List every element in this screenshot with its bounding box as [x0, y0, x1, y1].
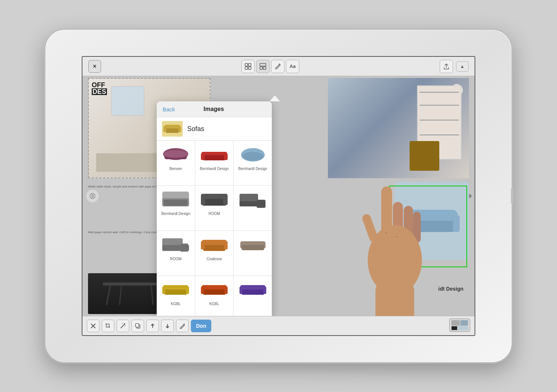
duplicate-button[interactable]: [131, 320, 144, 332]
svg-rect-87: [460, 320, 468, 326]
sofa-cell-kgbl-yellow[interactable]: KGBL: [157, 276, 195, 316]
sofa-cell-bensen[interactable]: Bensen: [157, 141, 195, 185]
pen-tool-button[interactable]: [176, 320, 189, 332]
sofa-cell-coalesse[interactable]: Coalesse: [195, 231, 234, 275]
svg-rect-59: [201, 287, 204, 294]
svg-rect-29: [203, 155, 225, 160]
screen: ×: [82, 56, 475, 336]
svg-rect-43: [240, 201, 266, 206]
svg-rect-86: [452, 320, 460, 326]
svg-rect-6: [263, 67, 266, 69]
sofa-cell-kgbl-purple[interactable]: [234, 276, 272, 316]
sofa-label-bernhardt-red: Bernhardt Design: [200, 167, 229, 171]
back-button[interactable]: Back: [163, 106, 175, 112]
svg-rect-36: [164, 200, 188, 206]
sofa-cell-bernhardt-blue[interactable]: Bernhardt Design: [234, 141, 272, 185]
svg-rect-2: [245, 67, 248, 69]
text-button[interactable]: Aa: [286, 60, 299, 73]
svg-point-80: [125, 326, 126, 326]
close-button[interactable]: ×: [88, 60, 101, 73]
svg-rect-89: [458, 326, 468, 330]
sofa-label-bensen: Bensen: [169, 167, 182, 171]
svg-rect-40: [223, 195, 228, 205]
svg-rect-0: [245, 63, 248, 66]
room1-text: OFF DES: [92, 82, 107, 95]
svg-line-17: [107, 285, 110, 305]
sofa-label-coalesse: Coalesse: [206, 257, 222, 261]
svg-point-33: [242, 152, 263, 161]
sofa-label-kgbl-orange: KGBL: [209, 302, 219, 306]
sofa-img-kgbl-orange: [199, 280, 229, 300]
sofas-thumbnail: [162, 121, 183, 137]
thumbnail-preview[interactable]: [449, 318, 470, 332]
layout-button[interactable]: [256, 60, 270, 73]
move-up-button[interactable]: [146, 320, 159, 332]
svg-point-78: [124, 323, 125, 324]
svg-rect-49: [201, 241, 205, 249]
app-toolbar: ×: [82, 57, 475, 76]
svg-rect-30: [201, 153, 205, 160]
up-arrow-button[interactable]: ▲: [456, 61, 469, 72]
svg-rect-39: [201, 195, 205, 205]
sidebar-icon[interactable]: S: [86, 190, 99, 202]
magic-wand-button[interactable]: [117, 320, 129, 332]
sofa-img-room-1: [199, 189, 229, 210]
side-button[interactable]: [511, 189, 513, 203]
room1-window: [111, 86, 144, 116]
svg-line-19: [120, 285, 121, 305]
panel-header: Back Images: [157, 101, 272, 117]
sofa-label-room-2: ROOM: [170, 257, 182, 261]
main-content: S OFF DES: [82, 76, 475, 316]
grid-view-button[interactable]: [241, 60, 255, 73]
svg-rect-58: [203, 290, 225, 295]
svg-text:S: S: [91, 194, 94, 198]
svg-rect-60: [225, 287, 228, 294]
sofas-label: Sofas: [187, 125, 204, 133]
sofa-cell-empty-1[interactable]: [234, 186, 272, 230]
svg-line-20: [151, 285, 153, 305]
svg-rect-22: [166, 128, 179, 133]
sofa-cell-room-1[interactable]: ROOM: [195, 186, 234, 230]
svg-rect-38: [202, 199, 226, 206]
sofa-label-bernhardt-blue: Bernhardt Design: [238, 167, 267, 171]
selection-box[interactable]: [389, 186, 467, 267]
panel-title: Images: [175, 106, 253, 112]
svg-rect-63: [240, 287, 242, 294]
sofa-cell-room-2[interactable]: ROOM: [157, 231, 195, 275]
svg-rect-31: [224, 153, 228, 160]
sofa-label-room-1: ROOM: [208, 212, 220, 216]
sofa-img-kgbl-purple: [238, 280, 268, 300]
sofa-label-kgbl-yellow: KGBL: [171, 302, 181, 306]
sofas-header-row[interactable]: Sofas: [157, 117, 272, 141]
move-down-button[interactable]: [161, 320, 174, 332]
share-button[interactable]: [440, 60, 453, 73]
svg-rect-46: [162, 245, 189, 251]
sofa-cell-bernhardt-dark[interactable]: Bernhardt Design: [157, 186, 195, 230]
sofas-grid: Bensen Bernhardt Design: [157, 141, 272, 316]
svg-rect-50: [224, 241, 228, 249]
svg-rect-52: [242, 245, 264, 250]
pencil-button[interactable]: [271, 60, 284, 73]
crop-button[interactable]: [102, 320, 114, 332]
svg-rect-48: [203, 245, 225, 251]
svg-point-79: [122, 323, 123, 324]
svg-rect-55: [162, 287, 165, 294]
sofa-cell-empty-2[interactable]: [234, 231, 272, 275]
svg-rect-54: [165, 290, 187, 295]
images-panel: Back Images Sofas: [157, 101, 272, 316]
svg-point-27: [163, 150, 188, 158]
sofa-img-bernhardt-red: [199, 144, 229, 165]
svg-rect-69: [361, 213, 379, 243]
popup-arrow: [270, 95, 280, 101]
svg-rect-5: [260, 67, 263, 69]
svg-rect-23: [163, 126, 166, 132]
sofa-img-empty-1: [238, 189, 268, 210]
sofa-cell-kgbl-orange[interactable]: KGBL: [195, 276, 234, 316]
sofa-cell-bernhardt-red[interactable]: Bernhardt Design: [195, 141, 234, 185]
sofa-img-bernhardt-blue: [238, 144, 268, 165]
done-button[interactable]: Don: [191, 320, 211, 332]
cancel-edit-button[interactable]: [87, 320, 100, 332]
sofa-img-room-2: [161, 235, 190, 255]
bottom-toolbar: Don: [82, 316, 475, 335]
sofa-label-bernhardt-dark: Bernhardt Design: [161, 212, 190, 216]
